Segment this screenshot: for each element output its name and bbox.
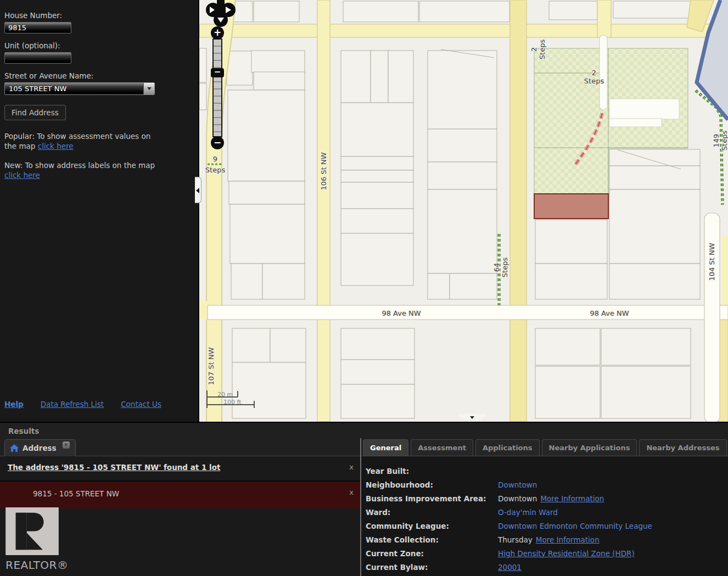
steps-9-count: 9 bbox=[213, 155, 217, 163]
results-title: Results bbox=[8, 427, 39, 435]
results-panel: Results Address ✕ The address '9815 - 10… bbox=[0, 422, 728, 576]
community-league-link[interactable]: Downtown Edmonton Community League bbox=[498, 522, 652, 530]
help-link[interactable]: Help bbox=[4, 400, 24, 409]
detail-row-current-bylaw: Current Bylaw: 20001 bbox=[366, 560, 728, 574]
realtor-logo-icon bbox=[5, 507, 59, 555]
street-name-label: Street or Avenue Name: bbox=[4, 71, 198, 80]
unit-input[interactable] bbox=[4, 52, 71, 64]
tab-nearby-applications[interactable]: Nearby Applications bbox=[542, 439, 637, 456]
street-label-106st: 106 St NW bbox=[320, 152, 328, 190]
details-panel: General Assessment Applications Nearby A… bbox=[361, 439, 728, 576]
contact-us-link[interactable]: Contact Us bbox=[121, 400, 161, 409]
detail-value: Thursday bbox=[498, 535, 533, 544]
chevron-left-icon bbox=[196, 188, 199, 193]
tab-address[interactable]: Address ✕ bbox=[4, 439, 76, 456]
zoom-slider-handle[interactable]: − bbox=[211, 68, 224, 77]
house-number-label: House Number: bbox=[4, 11, 198, 20]
steps-64-count: 64 bbox=[492, 258, 501, 277]
street-name-select[interactable]: 105 STREET NW bbox=[4, 82, 155, 95]
detail-label: Community League: bbox=[366, 522, 498, 530]
address-result-label[interactable]: 9815 - 105 STREET NW bbox=[33, 489, 119, 498]
steps-9-word: Steps bbox=[205, 166, 225, 174]
popular-note: Popular: To show assessment values on th… bbox=[4, 131, 161, 151]
address-result-close[interactable]: x bbox=[349, 488, 354, 496]
address-results-list: The address '9815 - 105 STREET NW' found… bbox=[0, 456, 360, 576]
current-zone-link[interactable]: High Density Residential Zone (HDR) bbox=[498, 549, 635, 558]
found-heading-link[interactable]: The address '9815 - 105 STREET NW' found… bbox=[8, 463, 220, 472]
steps-label-149: 149Steps bbox=[712, 131, 728, 150]
street-label-98ave-west: 98 Ave NW bbox=[382, 309, 421, 317]
street-name-selected-value: 105 STREET NW bbox=[5, 83, 143, 94]
more-information-link[interactable]: More Information bbox=[536, 535, 600, 544]
detail-label: Year Built: bbox=[366, 467, 498, 476]
unit-label: Unit (optional): bbox=[4, 41, 198, 50]
popular-click-here-link[interactable]: click here bbox=[38, 142, 74, 150]
detail-row-current-zone: Current Zone: High Density Residential Z… bbox=[366, 546, 728, 560]
detail-label: Waste Collection: bbox=[366, 535, 498, 544]
scale-metric-label: 20 m bbox=[217, 391, 233, 398]
zoom-out-button[interactable]: − bbox=[211, 136, 224, 149]
sidebar-collapse-handle[interactable] bbox=[195, 177, 201, 203]
sidebar-footer: Help Data Refresh List Contact Us bbox=[4, 400, 161, 409]
address-result-row-selected[interactable]: 9815 - 105 STREET NW x bbox=[0, 482, 360, 508]
scale-imperial-label: 100 ft bbox=[223, 399, 241, 406]
map-viewport[interactable]: 106 St NW 107 St NW 98 Ave NW 98 Ave NW … bbox=[199, 0, 728, 422]
selected-lot-highlight[interactable] bbox=[534, 194, 608, 219]
steps-9-dash bbox=[208, 164, 223, 165]
detail-row-ward: Ward: O-day'min Ward bbox=[366, 505, 728, 519]
tab-general[interactable]: General bbox=[363, 439, 408, 456]
house-number-input[interactable] bbox=[4, 22, 71, 33]
details-tabbar: General Assessment Applications Nearby A… bbox=[361, 439, 728, 456]
detail-label: Business Improvement Area: bbox=[366, 494, 498, 503]
steps-label-2-vertical: 2Steps bbox=[530, 40, 546, 59]
general-details: Year Built: Neighbourhood: Downtown Busi… bbox=[361, 456, 728, 576]
street-label-107st: 107 St NW bbox=[207, 347, 215, 385]
tab-assessment[interactable]: Assessment bbox=[411, 439, 473, 456]
detail-label: Current Bylaw: bbox=[366, 563, 498, 572]
detail-row-business-improvement-area: Business Improvement Area: Downtown More… bbox=[366, 491, 728, 505]
tab-address-label: Address bbox=[23, 444, 57, 452]
chevron-down-icon bbox=[147, 87, 152, 90]
more-information-link[interactable]: More Information bbox=[540, 494, 604, 503]
street-label-104st: 104 St NW bbox=[708, 243, 716, 281]
map-zoom-slider[interactable]: + − − bbox=[210, 26, 225, 149]
new-click-here-link[interactable]: click here bbox=[4, 171, 40, 180]
ward-link[interactable]: O-day'min Ward bbox=[498, 508, 558, 517]
steps-2v-count: 2 bbox=[530, 40, 538, 59]
detail-label: Current Zone: bbox=[366, 549, 498, 558]
tab-applications[interactable]: Applications bbox=[475, 439, 540, 456]
found-heading-close[interactable]: x bbox=[349, 463, 354, 471]
steps-64-word: Steps bbox=[501, 258, 509, 277]
steps-2h-count: 2 bbox=[584, 69, 604, 77]
data-refresh-list-link[interactable]: Data Refresh List bbox=[41, 400, 104, 409]
current-bylaw-link[interactable]: 20001 bbox=[498, 563, 522, 572]
steps-label-9: 9 Steps bbox=[205, 155, 225, 174]
steps-149-count: 149 bbox=[712, 131, 720, 150]
home-icon bbox=[10, 444, 19, 452]
zoom-in-button[interactable]: + bbox=[211, 26, 224, 40]
find-address-button[interactable]: Find Address bbox=[4, 105, 66, 120]
tab-close-icon[interactable]: ✕ bbox=[62, 441, 70, 449]
chevron-down-icon bbox=[470, 416, 474, 419]
realtor-logo-caption: REALTOR® bbox=[5, 558, 71, 572]
detail-row-community-league: Community League: Downtown Edmonton Comm… bbox=[366, 519, 728, 533]
detail-row-year-built: Year Built: bbox=[366, 464, 728, 478]
map-pan-control[interactable] bbox=[206, 0, 236, 27]
detail-label: Neighbourhood: bbox=[366, 480, 498, 489]
steps-label-64: 64Steps bbox=[492, 258, 509, 277]
zoom-track[interactable]: − bbox=[212, 38, 222, 137]
steps-149-word: Steps bbox=[720, 131, 728, 150]
detail-row-neighbourhood: Neighbourhood: Downtown bbox=[366, 478, 728, 491]
detail-row-waste-collection: Waste Collection: Thursday More Informat… bbox=[366, 533, 728, 546]
steps-2h-word: Steps bbox=[584, 77, 604, 85]
map-canvas[interactable] bbox=[199, 0, 728, 422]
neighbourhood-link[interactable]: Downtown bbox=[498, 480, 537, 489]
new-note-text: New: To show address labels on the map bbox=[4, 161, 155, 170]
tab-nearby-addresses[interactable]: Nearby Addresses bbox=[639, 439, 726, 456]
select-dropdown-button[interactable] bbox=[143, 83, 154, 94]
sidebar: House Number: Unit (optional): Street or… bbox=[0, 0, 199, 422]
new-note: New: To show address labels on the map c… bbox=[4, 160, 161, 180]
steps-2v-word: Steps bbox=[538, 40, 546, 59]
street-label-98ave-east: 98 Ave NW bbox=[590, 309, 629, 317]
popular-note-text: Popular: To show assessment values on th… bbox=[4, 132, 150, 150]
